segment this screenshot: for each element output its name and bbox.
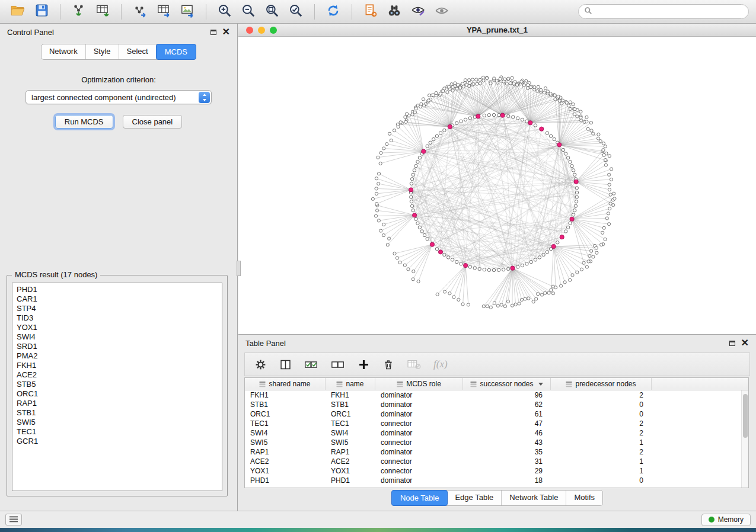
column-sort-icon[interactable]	[397, 381, 403, 387]
zoom-out-button[interactable]	[238, 2, 259, 21]
table-row[interactable]: SWI4SWI4dominator462	[245, 428, 741, 438]
mcds-node-item[interactable]: RAP1	[12, 399, 222, 408]
mcds-node-item[interactable]: STB5	[12, 380, 222, 389]
criterion-dropdown[interactable]: largest connected component (undirected)	[25, 90, 212, 104]
settings-gear-icon[interactable]	[254, 358, 267, 371]
table-cell: 2	[551, 429, 652, 437]
table-cell: SWI4	[245, 429, 326, 437]
mcds-node-item[interactable]: STP4	[12, 304, 222, 313]
select-all-icon[interactable]	[304, 358, 318, 371]
first-neighbors-button[interactable]	[384, 2, 405, 21]
table-cell: dominator	[375, 429, 463, 437]
tab-edge-table[interactable]: Edge Table	[447, 491, 502, 505]
mcds-node-item[interactable]: PMA2	[12, 351, 222, 361]
column-header-shared-name[interactable]: shared name	[245, 378, 326, 390]
column-sort-icon[interactable]	[336, 381, 343, 387]
network-canvas[interactable]	[238, 37, 756, 334]
tab-style[interactable]: Style	[86, 44, 119, 59]
float-panel-icon[interactable]	[210, 30, 216, 35]
mcds-node-item[interactable]: STB1	[12, 408, 222, 418]
mcds-node-item[interactable]: ACE2	[12, 370, 222, 380]
import-network-button[interactable]	[68, 2, 90, 21]
window-maximize-icon[interactable]	[270, 27, 277, 34]
show-hide-button[interactable]	[431, 2, 452, 21]
scrollbar-thumb[interactable]	[743, 394, 748, 438]
tab-motifs[interactable]: Motifs	[566, 491, 602, 505]
float-panel-icon[interactable]	[729, 341, 735, 346]
column-sort-icon[interactable]	[259, 381, 266, 387]
export-network-button[interactable]	[129, 2, 151, 21]
zoom-selected-button[interactable]	[285, 2, 307, 21]
mcds-node-item[interactable]: PHD1	[12, 285, 222, 294]
close-panel-button[interactable]: Close panel	[123, 115, 183, 129]
chevron-down-icon[interactable]	[538, 383, 543, 386]
table-row[interactable]: YOX1YOX1connector291	[245, 466, 741, 476]
mcds-node-item[interactable]: FKH1	[12, 361, 222, 370]
column-sort-icon[interactable]	[470, 381, 477, 387]
mcds-node-item[interactable]: GCR1	[12, 437, 222, 446]
mcds-node-item[interactable]: CAR1	[12, 294, 222, 304]
memory-button[interactable]: Memory	[701, 514, 751, 526]
task-history-button[interactable]	[5, 514, 22, 525]
deselect-all-icon[interactable]	[331, 358, 345, 371]
table-cell: 62	[463, 400, 551, 409]
tab-mcds[interactable]: MCDS	[156, 44, 196, 60]
open-session-button[interactable]	[7, 2, 28, 21]
table-row[interactable]: TEC1TEC1connector472	[245, 419, 741, 428]
table-row[interactable]: ORC1ORC1dominator610	[245, 409, 741, 419]
tab-select[interactable]: Select	[119, 44, 157, 59]
table-row[interactable]: RAP1RAP1dominator352	[245, 447, 741, 457]
close-panel-icon[interactable]: ✕	[222, 28, 230, 36]
mcds-node-item[interactable]: SWI5	[12, 418, 222, 427]
table-row[interactable]: PHD1PHD1dominator180	[245, 476, 741, 485]
share-document-button[interactable]	[360, 2, 381, 21]
delete-row-icon[interactable]	[382, 358, 394, 371]
search-input[interactable]	[596, 7, 743, 17]
export-table-button[interactable]	[153, 2, 174, 21]
tab-network-table[interactable]: Network Table	[502, 491, 566, 505]
mcds-node-item[interactable]: TEC1	[12, 427, 222, 437]
column-header-name[interactable]: name	[326, 378, 375, 390]
window-minimize-icon[interactable]	[258, 27, 265, 34]
export-image-icon	[180, 3, 195, 21]
mcds-node-item[interactable]: SRD1	[12, 342, 222, 351]
table-row[interactable]: ACE2ACE2connector311	[245, 457, 741, 466]
graphics-details-button[interactable]	[407, 2, 429, 21]
table-cell: 31	[463, 457, 551, 466]
table-cell: 46	[463, 429, 551, 437]
table-row[interactable]: STB1STB1dominator620	[245, 400, 741, 409]
save-session-button[interactable]	[31, 2, 52, 21]
table-row[interactable]: SWI5SWI5connector431	[245, 438, 741, 447]
save-floppy-icon	[34, 3, 49, 20]
table-cell: connector	[375, 419, 463, 428]
column-header-MCDS-role[interactable]: MCDS role	[375, 378, 463, 390]
column-header-successor-nodes[interactable]: successor nodes	[463, 378, 551, 390]
panel-splitter-handle[interactable]	[237, 261, 241, 276]
tab-network[interactable]: Network	[42, 44, 86, 59]
zoom-in-button[interactable]	[214, 2, 235, 21]
control-panel-title: Control Panel	[7, 28, 54, 37]
network-graph[interactable]	[238, 37, 756, 334]
add-row-icon[interactable]	[358, 358, 370, 371]
apply-layout-button[interactable]	[323, 2, 344, 21]
export-image-button[interactable]	[177, 2, 198, 21]
column-chooser-icon[interactable]	[279, 358, 292, 371]
import-table-button[interactable]	[92, 2, 113, 21]
column-header-predecessor-nodes[interactable]: predecessor nodes	[551, 378, 652, 390]
mcds-result-groupbox: MCDS result (17 nodes) PHD1CAR1STP4TID3Y…	[7, 275, 228, 496]
mcds-node-item[interactable]: YOX1	[12, 323, 222, 332]
global-search[interactable]	[578, 4, 749, 19]
table-row[interactable]: FKH1FKH1dominator962	[245, 390, 741, 400]
column-sort-icon[interactable]	[566, 381, 572, 387]
mcds-node-item[interactable]: SWI4	[12, 332, 222, 342]
tab-node-table[interactable]: Node Table	[391, 490, 448, 506]
window-close-icon[interactable]	[246, 27, 253, 34]
mcds-node-item[interactable]: TID3	[12, 313, 222, 323]
mcds-result-list[interactable]: PHD1CAR1STP4TID3YOX1SWI4SRD1PMA2FKH1ACE2…	[12, 283, 222, 491]
zoom-fit-button[interactable]	[261, 2, 283, 21]
mcds-node-item[interactable]: ORC1	[12, 389, 222, 399]
table-scrollbar[interactable]	[741, 390, 748, 488]
run-mcds-button[interactable]: Run MCDS	[55, 115, 113, 129]
control-panel-titlebar: Control Panel ✕	[0, 24, 237, 40]
close-panel-icon[interactable]: ✕	[741, 339, 749, 347]
